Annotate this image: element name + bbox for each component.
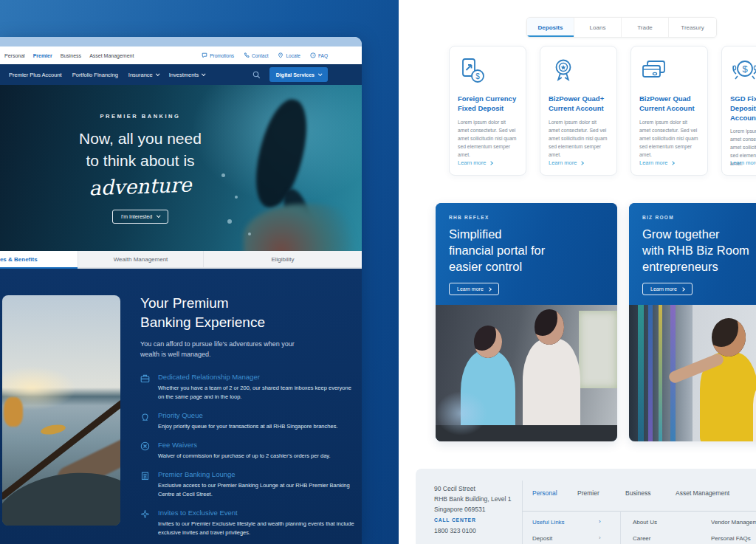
digital-services-button[interactable]: Digital Services (269, 67, 328, 82)
tab-privileges-benefits[interactable]: Privileges & Benefits (0, 251, 78, 269)
business-banking-page: Deposits Loans Trade Treasury $ Foreign … (399, 0, 756, 544)
chevron-right-icon (580, 161, 585, 165)
svg-text:$: $ (742, 63, 748, 75)
chevron-down-icon (318, 72, 323, 76)
lounge-icon (140, 470, 151, 499)
utility-nav: Promotions Contact Locate ? FAQ (202, 52, 328, 58)
feature-desc: Exclusive access to our Premier Banking … (158, 481, 356, 499)
nav-item-premier[interactable]: Premier (33, 53, 52, 58)
tab-trade[interactable]: Trade (622, 18, 669, 37)
promo-heading: Grow together with RHB Biz Room entrepre… (642, 227, 756, 275)
nav-item-premier-plus-account[interactable]: Premier Plus Account (9, 72, 62, 78)
feature-title[interactable]: Priority Queue (158, 411, 356, 419)
promo-copy: BIZ ROOM Grow together with RHB Biz Room… (629, 203, 756, 305)
card-bizpower-quad[interactable]: BizPower Quad Current Account Lorem ipsu… (630, 46, 708, 176)
browser-top-strip (0, 37, 362, 47)
call-center-phone[interactable]: 1800 323 0100 (434, 527, 476, 534)
card-title: BizPower Quad Current Account (639, 94, 699, 114)
site-footer: 90 Cecil Street RHB Bank Building, Level… (416, 469, 756, 544)
feature-title[interactable]: Premier Banking Lounge (158, 470, 356, 478)
coral-reef (244, 204, 362, 251)
secondary-nav-right: Digital Services (252, 67, 328, 82)
learn-more-button[interactable]: Learn more (642, 283, 693, 295)
nav-item-insurance[interactable]: Insurance (128, 72, 159, 78)
section-heading: Your Premium Banking Experience (140, 294, 350, 331)
svg-text:$: $ (475, 72, 480, 80)
card-body: Lorem ipsum dolor sit amet consectetur. … (549, 118, 608, 159)
secondary-nav: Premier Plus Account Portfolio Financing… (0, 64, 362, 85)
faq-link[interactable]: ? FAQ (310, 52, 328, 58)
sparkle-icon (140, 509, 151, 537)
nav-item-business[interactable]: Business (61, 53, 81, 58)
chat-icon (202, 52, 207, 58)
call-center-label: CALL CENTER (434, 517, 476, 523)
footer-nav-premier[interactable]: Premier (577, 489, 599, 497)
card-sgd-fixed-deposit[interactable]: $ SGD Fixed Deposit Account Lorem ipsum … (721, 46, 756, 176)
locate-link[interactable]: Locate (278, 52, 300, 58)
tab-wealth-management[interactable]: Wealth Management (78, 251, 203, 269)
fee-waiver-icon (140, 441, 151, 461)
phone-icon (244, 52, 250, 58)
footer-nav-personal[interactable]: Personal (532, 489, 557, 497)
promotions-link[interactable]: Promotions (202, 52, 234, 58)
feature-desc: Invites to our Premier Exclusive lifesty… (158, 520, 356, 537)
product-tabs: Deposits Loans Trade Treasury (526, 17, 717, 38)
search-icon[interactable] (252, 71, 261, 79)
footer-link-career[interactable]: Career (633, 535, 650, 542)
footer-divider (620, 511, 621, 544)
footer-divider (522, 511, 756, 512)
premier-banking-page: Personal Premier Business Asset Manageme… (0, 37, 362, 544)
premium-experience-section: Your Premium Banking Experience You can … (0, 269, 362, 544)
tab-eligibility[interactable]: Eligibility (203, 251, 362, 269)
footer-link-personal-faqs[interactable]: Personal FAQs (711, 535, 751, 542)
learn-more-link[interactable]: Learn more (458, 159, 492, 166)
tab-loans[interactable]: Loans (574, 18, 622, 37)
hero-heading-line1: Now, all you need (22, 128, 258, 149)
tab-treasury[interactable]: Treasury (669, 18, 716, 37)
hero-eyebrow: PREMIER BANKING (22, 113, 258, 120)
feature-title[interactable]: Invites to Exclusive Event (158, 509, 356, 517)
footer-link-useful-links[interactable]: Useful Links (532, 519, 565, 526)
bubble (248, 233, 251, 235)
biz-room-photo (629, 305, 756, 441)
chevron-right-icon (489, 161, 494, 165)
footer-link-deposit[interactable]: Deposit (532, 535, 552, 542)
learn-more-link[interactable]: Learn more (730, 159, 756, 166)
card-title: BizPower Quad+ Current Account (549, 94, 608, 114)
contact-link[interactable]: Contact (244, 52, 268, 58)
dollar-coin-icon: $ (730, 56, 756, 86)
footer-link-vendor-management[interactable]: Vendor Management (711, 519, 756, 526)
learn-more-link[interactable]: Learn more (639, 159, 674, 166)
hero-copy: PREMIER BANKING Now, all you need to thi… (22, 113, 258, 224)
footer-nav-asset-management[interactable]: Asset Management (676, 489, 729, 497)
woman-head (712, 318, 746, 357)
card-title: Foreign Currency Fixed Deposit (458, 94, 518, 114)
nav-item-investments[interactable]: Investments (169, 72, 205, 78)
nav-item-portfolio-financing[interactable]: Portfolio Financing (72, 72, 118, 78)
feature-title[interactable]: Dedicated Relationship Manager (158, 373, 356, 381)
feature-title[interactable]: Fee Waivers (158, 441, 356, 449)
tab-deposits[interactable]: Deposits (527, 18, 574, 37)
footer-link-about-us[interactable]: About Us (633, 519, 657, 526)
reflex-photo (436, 305, 617, 441)
page-tabs: Privileges & Benefits Wealth Management … (0, 251, 362, 269)
footer-nav-business[interactable]: Business (625, 489, 651, 497)
nav-item-asset-management[interactable]: Asset Management (89, 53, 134, 58)
kayaking-photo (2, 295, 120, 526)
promo-copy: RHB REFLEX Simplified financial portal f… (436, 203, 617, 305)
design-composite: Personal Premier Business Asset Manageme… (0, 0, 756, 544)
briefcase-icon (140, 373, 151, 402)
promo-biz-room[interactable]: BIZ ROOM Grow together with RHB Biz Room… (629, 203, 756, 441)
card-foreign-currency-fixed-deposit[interactable]: $ Foreign Currency Fixed Deposit Lorem i… (449, 46, 526, 176)
chevron-right-icon (671, 161, 676, 165)
chevron-down-icon (202, 72, 206, 76)
im-interested-button[interactable]: I'm Interested (112, 210, 168, 224)
promo-rhb-reflex[interactable]: RHB REFLEX Simplified financial portal f… (436, 203, 617, 441)
card-bizpower-quad-plus[interactable]: BizPower Quad+ Current Account Lorem ips… (540, 46, 617, 176)
woman-head (535, 309, 564, 345)
nav-item-personal[interactable]: Personal (4, 53, 25, 58)
feature-fee-waivers: Fee Waivers Waiver of commission for pur… (140, 441, 350, 461)
learn-more-link[interactable]: Learn more (549, 159, 583, 166)
learn-more-button[interactable]: Learn more (449, 283, 499, 295)
product-card-row: $ Foreign Currency Fixed Deposit Lorem i… (449, 46, 756, 176)
